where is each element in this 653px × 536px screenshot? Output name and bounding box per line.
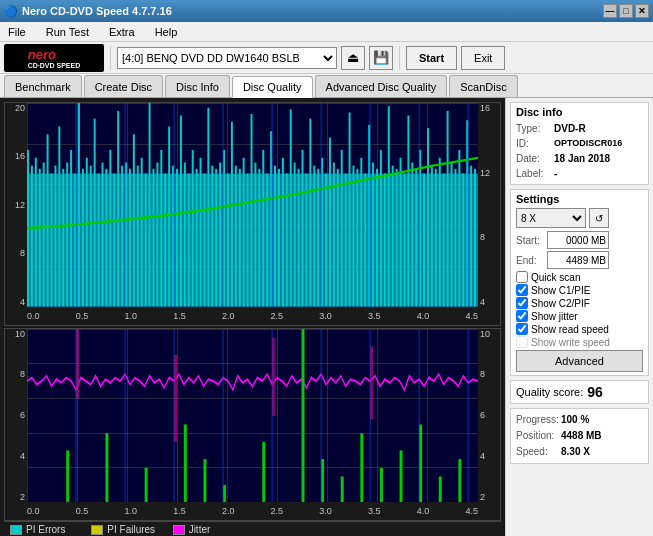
svg-rect-6: [43, 163, 45, 307]
tab-bar: Benchmark Create Disc Disc Info Disc Qua…: [0, 74, 653, 98]
svg-rect-28: [129, 169, 131, 307]
svg-rect-108: [443, 173, 445, 306]
svg-rect-78: [325, 173, 327, 306]
svg-rect-93: [384, 173, 386, 306]
start-input[interactable]: [547, 231, 609, 249]
menu-extra[interactable]: Extra: [105, 24, 139, 40]
svg-rect-51: [219, 163, 221, 307]
tab-scan-disc[interactable]: ScanDisc: [449, 75, 517, 97]
svg-rect-127: [105, 433, 108, 502]
upper-x-axis: 0.0 0.5 1.0 1.5 2.0 2.5 3.0 3.5 4.0 4.5: [27, 307, 478, 325]
advanced-button[interactable]: Advanced: [516, 350, 643, 372]
legend-pi-failures: PI Failures Average: 0.01 Maximum: 7 Tot…: [91, 524, 156, 536]
lower-chart-svg: [27, 329, 478, 503]
svg-rect-110: [451, 163, 453, 307]
svg-rect-98: [403, 173, 405, 306]
close-button[interactable]: ✕: [635, 4, 649, 18]
speed-select[interactable]: 8 X: [516, 208, 586, 228]
quality-section: Quality score: 96: [510, 380, 649, 404]
end-label: End:: [516, 255, 544, 266]
svg-rect-66: [278, 169, 280, 307]
svg-rect-20: [98, 173, 100, 306]
right-panel: Disc info Type: DVD-R ID: OPTODISCR016 D…: [505, 98, 653, 536]
svg-rect-67: [282, 158, 284, 307]
upper-chart-svg: [27, 103, 478, 307]
show-jitter-row: Show jitter: [516, 310, 643, 322]
tab-benchmark[interactable]: Benchmark: [4, 75, 82, 97]
main-content: 20 16 12 8 4 16 12 8 4: [0, 98, 653, 536]
app-icon: 🔵: [4, 5, 18, 18]
svg-rect-9: [54, 166, 56, 307]
position-value: 4488 MB: [561, 428, 602, 444]
disc-date-row: Date: 18 Jan 2018: [516, 151, 643, 166]
svg-rect-35: [156, 163, 158, 307]
quick-scan-checkbox[interactable]: [516, 271, 528, 283]
svg-rect-104: [427, 128, 429, 307]
menu-help[interactable]: Help: [151, 24, 182, 40]
svg-rect-48: [207, 108, 209, 307]
tab-create-disc[interactable]: Create Disc: [84, 75, 163, 97]
show-read-speed-checkbox[interactable]: [516, 323, 528, 335]
svg-rect-129: [184, 424, 187, 502]
svg-rect-61: [258, 169, 260, 307]
show-c2-checkbox[interactable]: [516, 297, 528, 309]
disc-id-val: OPTODISCR016: [554, 136, 622, 151]
svg-rect-41: [180, 116, 182, 307]
svg-rect-10: [58, 126, 60, 306]
svg-rect-36: [160, 150, 162, 307]
maximize-button[interactable]: □: [619, 4, 633, 18]
svg-rect-65: [274, 166, 276, 307]
show-read-speed-label: Show read speed: [531, 324, 609, 335]
tab-disc-quality[interactable]: Disc Quality: [232, 76, 313, 98]
tab-disc-info[interactable]: Disc Info: [165, 75, 230, 97]
svg-rect-103: [423, 173, 425, 306]
svg-rect-58: [247, 173, 249, 306]
svg-rect-15: [78, 103, 80, 307]
svg-rect-83: [345, 173, 347, 306]
show-c1-checkbox[interactable]: [516, 284, 528, 296]
end-input[interactable]: [547, 251, 609, 269]
svg-rect-71: [298, 169, 300, 307]
progress-value: 100 %: [561, 412, 589, 428]
tab-advanced-disc-quality[interactable]: Advanced Disc Quality: [315, 75, 448, 97]
settings-section: Settings 8 X ↺ Start: End: Quick scan: [510, 189, 649, 376]
menu-run-test[interactable]: Run Test: [42, 24, 93, 40]
svg-rect-33: [149, 103, 151, 307]
save-button[interactable]: 💾: [369, 46, 393, 70]
disc-type-key: Type:: [516, 121, 554, 136]
svg-rect-70: [294, 163, 296, 307]
legend-pi-errors: PI Errors Average: 1.83 Maximum: 11 Tota…: [10, 524, 75, 536]
minimize-button[interactable]: —: [603, 4, 617, 18]
svg-rect-5: [39, 169, 41, 307]
svg-rect-92: [380, 150, 382, 307]
svg-rect-90: [372, 163, 374, 307]
lower-y-axis-right: 10 8 6 4 2: [478, 329, 500, 503]
svg-rect-26: [121, 166, 123, 307]
svg-rect-54: [231, 122, 233, 307]
svg-rect-59: [251, 114, 253, 307]
svg-rect-112: [458, 150, 460, 307]
svg-rect-132: [262, 441, 265, 502]
show-jitter-checkbox[interactable]: [516, 310, 528, 322]
svg-rect-128: [145, 467, 148, 502]
eject-button[interactable]: ⏏: [341, 46, 365, 70]
svg-rect-22: [105, 169, 107, 307]
menu-file[interactable]: File: [4, 24, 30, 40]
svg-rect-100: [411, 163, 413, 307]
disc-label-key: Label:: [516, 166, 554, 181]
svg-rect-99: [407, 116, 409, 307]
disc-info-title: Disc info: [516, 106, 643, 118]
lower-x-axis: 0.0 0.5 1.0 1.5 2.0 2.5 3.0 3.5 4.0 4.5: [27, 502, 478, 520]
drive-select[interactable]: [4:0] BENQ DVD DD DW1640 BSLB: [117, 47, 337, 69]
speed-label: Speed:: [516, 444, 561, 460]
start-button[interactable]: Start: [406, 46, 457, 70]
svg-rect-94: [388, 106, 390, 306]
progress-row: Progress: 100 %: [516, 412, 643, 428]
svg-rect-135: [341, 476, 344, 502]
svg-rect-46: [200, 158, 202, 307]
svg-rect-62: [262, 150, 264, 307]
disc-label-row: Label: -: [516, 166, 643, 181]
title-bar-left: 🔵 Nero CD-DVD Speed 4.7.7.16: [4, 5, 172, 18]
refresh-button[interactable]: ↺: [589, 208, 609, 228]
exit-button[interactable]: Exit: [461, 46, 505, 70]
